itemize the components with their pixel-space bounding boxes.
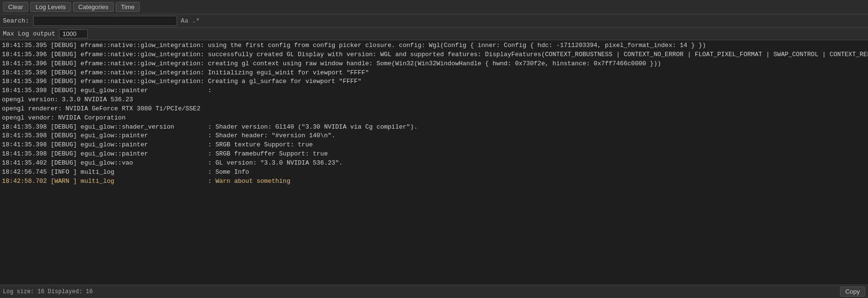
log-line: 18:41:35.398 [DEBUG] egui_glow::painter … xyxy=(2,150,866,159)
log-line: opengl vendor: NVIDIA Corporation xyxy=(2,114,866,123)
search-label: Search: xyxy=(3,17,29,24)
log-line: 18:41:35.398 [DEBUG] egui_glow::painter … xyxy=(2,86,866,95)
search-input[interactable] xyxy=(33,16,177,26)
log-line: 18:41:35.402 [DEBUG] egui_glow::vao : GL… xyxy=(2,159,866,168)
log-line: 18:41:35.398 [DEBUG] egui_glow::shader_v… xyxy=(2,123,866,132)
search-row: Search: Aa .* xyxy=(0,14,868,28)
copy-button[interactable]: Copy xyxy=(840,286,865,297)
log-line: 18:41:35.398 [DEBUG] egui_glow::painter … xyxy=(2,131,866,141)
search-match-case[interactable]: Aa xyxy=(181,17,189,24)
log-line: 18:41:35.396 [DEBUG] eframe::native::glo… xyxy=(2,77,866,86)
log-line: opengl renderer: NVIDIA GeForce RTX 3080… xyxy=(2,105,866,114)
clear-button[interactable]: Clear xyxy=(3,2,28,12)
log-line: 18:41:35.396 [DEBUG] eframe::native::glo… xyxy=(2,69,866,78)
max-log-input[interactable] xyxy=(59,29,88,38)
search-regex[interactable]: .* xyxy=(192,17,200,24)
toolbar: Clear Log Levels Categories Time xyxy=(0,0,868,14)
max-log-label: Max Log output xyxy=(3,30,55,37)
log-line: 18:41:35.396 [DEBUG] eframe::native::glo… xyxy=(2,50,866,60)
log-levels-button[interactable]: Log Levels xyxy=(30,2,71,12)
log-line: opengl version: 3.3.0 NVIDIA 536.23 xyxy=(2,95,866,105)
max-log-row: Max Log output xyxy=(0,28,868,40)
log-line: 18:41:35.398 [DEBUG] egui_glow::painter … xyxy=(2,141,866,150)
time-button[interactable]: Time xyxy=(116,2,140,12)
log-line: 18:41:35.396 [DEBUG] eframe::native::glo… xyxy=(2,60,866,69)
categories-button[interactable]: Categories xyxy=(73,2,114,12)
log-line: 18:42:58.702 [WARN ] multi_log : Warn ab… xyxy=(2,177,866,186)
status-bar: Log size: 16 Displayed: 16 Copy xyxy=(0,285,868,298)
log-line: 18:42:56.745 [INFO ] multi_log : Some In… xyxy=(2,168,866,177)
log-line: 18:41:35.395 [DEBUG] eframe::native::glo… xyxy=(2,41,866,50)
log-area[interactable]: 18:41:35.395 [DEBUG] eframe::native::glo… xyxy=(0,40,868,285)
status-text: Log size: 16 Displayed: 16 xyxy=(3,288,93,295)
